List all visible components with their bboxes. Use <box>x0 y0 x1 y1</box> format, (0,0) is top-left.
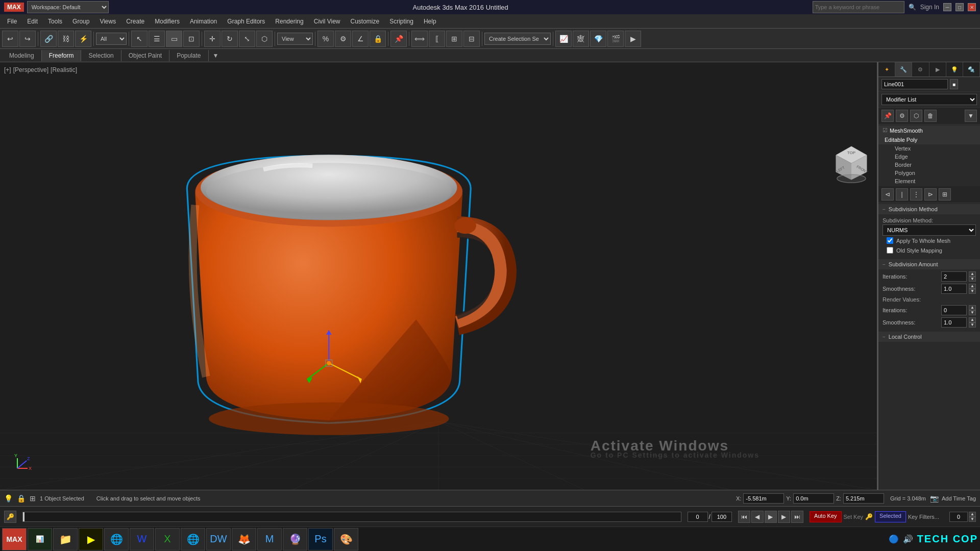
redo-button[interactable]: ↪ <box>19 31 36 47</box>
taskbar-folder[interactable]: 📁 <box>53 528 78 550</box>
render-iter-down[interactable]: ▼ <box>969 310 976 315</box>
smoothness-up[interactable]: ▲ <box>969 284 976 289</box>
view-select[interactable]: View <box>277 33 313 45</box>
panel-tab-create[interactable]: ✦ <box>878 62 895 77</box>
stack-item-edge[interactable]: Edge <box>878 153 980 161</box>
snap-toggle-button[interactable]: 🔒 <box>370 31 386 47</box>
rect-select-button[interactable]: ▭ <box>166 31 182 47</box>
current-frame-input[interactable]: 0 <box>949 512 968 522</box>
taskbar-firefox[interactable]: 🦊 <box>232 528 256 550</box>
window-crossing-button[interactable]: ⊡ <box>183 31 200 47</box>
iterations-input[interactable]: 2 <box>941 271 967 282</box>
secondary-toolbar-more[interactable]: ▼ <box>213 52 219 59</box>
render-iter-input[interactable]: 0 <box>941 305 967 315</box>
auto-key-button[interactable]: Auto Key <box>810 511 842 522</box>
configure-button[interactable]: ⚙ <box>896 110 908 122</box>
unlink-button[interactable]: ⛓ <box>58 31 74 47</box>
object-color-swatch[interactable]: ■ <box>950 79 958 89</box>
create-selection-select[interactable]: Create Selection Se <box>484 33 551 45</box>
key-filters-btn[interactable]: Key Filters... <box>908 514 939 520</box>
stack-item-element[interactable]: Element <box>878 177 980 185</box>
taskbar-excel[interactable]: X <box>155 528 180 550</box>
workspace-selector[interactable]: Workspace: Default <box>27 1 109 13</box>
filter-select[interactable]: All <box>96 33 127 45</box>
viewport-perspective[interactable]: [Perspective] <box>13 66 48 73</box>
collapse-button[interactable]: ▼ <box>965 110 977 122</box>
minimize-button[interactable]: ─ <box>943 3 951 11</box>
play-btn[interactable]: ▶ <box>765 511 777 523</box>
select-by-name-button[interactable]: ☰ <box>149 31 165 47</box>
sub-icon-4[interactable]: ⊳ <box>924 188 937 201</box>
taskbar-photoshop[interactable]: Ps <box>308 528 333 550</box>
signin-label[interactable]: Sign In <box>920 4 939 11</box>
iterations-up[interactable]: ▲ <box>969 271 976 277</box>
sub-icon-1[interactable]: ⊲ <box>881 188 894 201</box>
select-link-button[interactable]: 🔗 <box>40 31 57 47</box>
viewport-plus[interactable]: [+] <box>4 66 11 73</box>
panel-tab-display[interactable]: 💡 <box>946 62 963 77</box>
render-smooth-down[interactable]: ▼ <box>969 322 976 328</box>
menu-graph-editors[interactable]: Graph Editors <box>222 16 270 27</box>
sub-icon-5[interactable]: ⊞ <box>939 188 951 201</box>
smoothness-input[interactable]: 1.0 <box>941 284 967 294</box>
menu-civil-view[interactable]: Civil View <box>309 16 346 27</box>
panel-tab-hierarchy[interactable]: ⚙ <box>912 62 929 77</box>
percent-snap-button[interactable]: % <box>317 31 334 47</box>
rotate-button[interactable]: ↻ <box>222 31 238 47</box>
smoothness-down[interactable]: ▼ <box>969 289 976 294</box>
taskbar-tally[interactable]: 📊 <box>28 528 52 550</box>
viewport-realistic[interactable]: [Realistic] <box>51 66 77 73</box>
taskbar-app10[interactable]: 🔮 <box>283 528 307 550</box>
old-style-checkbox[interactable] <box>887 247 893 254</box>
stack-item-vertex[interactable]: Vertex <box>878 144 980 153</box>
menu-edit[interactable]: Edit <box>22 16 43 27</box>
menu-scripting[interactable]: Scripting <box>384 16 419 27</box>
stack-item-editable-poly[interactable]: Editable Poly <box>878 135 980 144</box>
angle-snap-button[interactable]: ∠ <box>352 31 369 47</box>
stack-item-meshsmooth[interactable]: ☑ MeshSmooth <box>878 126 980 135</box>
menu-modifiers[interactable]: Modifiers <box>150 16 185 27</box>
view-cube[interactable]: TOP LEFT FRONT <box>831 144 867 180</box>
spacing-button[interactable]: ⊟ <box>463 31 480 47</box>
frame-down[interactable]: ▼ <box>969 517 976 522</box>
align-button[interactable]: ⟦ <box>429 31 445 47</box>
sub-icon-3[interactable]: ⋮ <box>910 188 922 201</box>
move-button[interactable]: ✛ <box>204 31 220 47</box>
menu-help[interactable]: Help <box>419 16 442 27</box>
subdivision-method-header[interactable]: − Subdivision Method <box>878 204 980 214</box>
mirror-button[interactable]: ⟺ <box>411 31 428 47</box>
menu-file[interactable]: File <box>2 16 22 27</box>
stack-item-border[interactable]: Border <box>878 161 980 169</box>
taskbar-max[interactable]: MAX <box>2 528 27 550</box>
y-coord-input[interactable]: 0.0m <box>793 493 834 504</box>
method-select[interactable]: NURMS <box>883 224 976 236</box>
scale-uniform-button[interactable]: ⬡ <box>256 31 273 47</box>
align-view-button[interactable]: ⊞ <box>446 31 462 47</box>
taskbar-app12[interactable]: 🎨 <box>334 528 358 550</box>
menu-group[interactable]: Group <box>67 16 94 27</box>
pin-stack-button[interactable]: 📌 <box>881 110 894 122</box>
render-iter-up[interactable]: ▲ <box>969 305 976 310</box>
menu-customize[interactable]: Customize <box>346 16 385 27</box>
spinner-snap-button[interactable]: ⚙ <box>335 31 351 47</box>
menu-tools[interactable]: Tools <box>43 16 67 27</box>
taskbar-ie[interactable]: 🌐 <box>104 528 129 550</box>
curve-editor-button[interactable]: 📈 <box>555 31 572 47</box>
close-button[interactable]: ✕ <box>968 3 976 11</box>
taskbar-maya[interactable]: M <box>257 528 282 550</box>
named-selection-button[interactable]: 📌 <box>390 31 407 47</box>
taskbar-word[interactable]: W <box>130 528 154 550</box>
anim-key-mode-btn[interactable]: 🔑 <box>4 511 16 523</box>
next-frame-btn[interactable]: ▶ <box>778 511 790 523</box>
iterations-down[interactable]: ▼ <box>969 277 976 282</box>
schematic-button[interactable]: 🕸 <box>573 31 589 47</box>
bind-to-space-button[interactable]: ⚡ <box>75 31 91 47</box>
next-key-btn[interactable]: ⏭ <box>791 511 803 523</box>
frame-start-input[interactable] <box>688 512 708 522</box>
z-coord-input[interactable]: 5.215m <box>843 493 884 504</box>
material-editor-button[interactable]: 💎 <box>590 31 606 47</box>
frame-end-input[interactable] <box>712 512 732 522</box>
iterations-spinner[interactable]: ▲ ▼ <box>969 271 976 282</box>
taskbar-video[interactable]: ▶ <box>79 528 103 550</box>
tab-object-paint[interactable]: Object Paint <box>121 50 169 61</box>
